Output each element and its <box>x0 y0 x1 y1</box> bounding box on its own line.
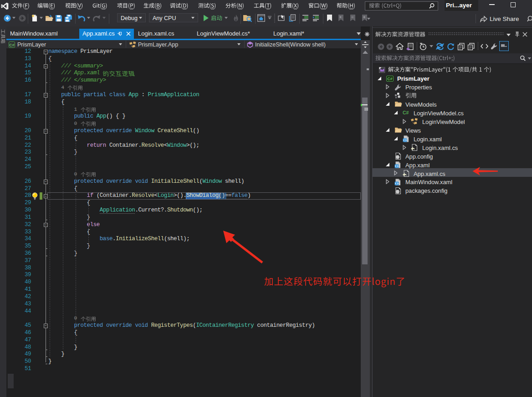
svg-text:C#: C# <box>10 42 15 47</box>
svg-text:C#: C# <box>387 77 393 81</box>
